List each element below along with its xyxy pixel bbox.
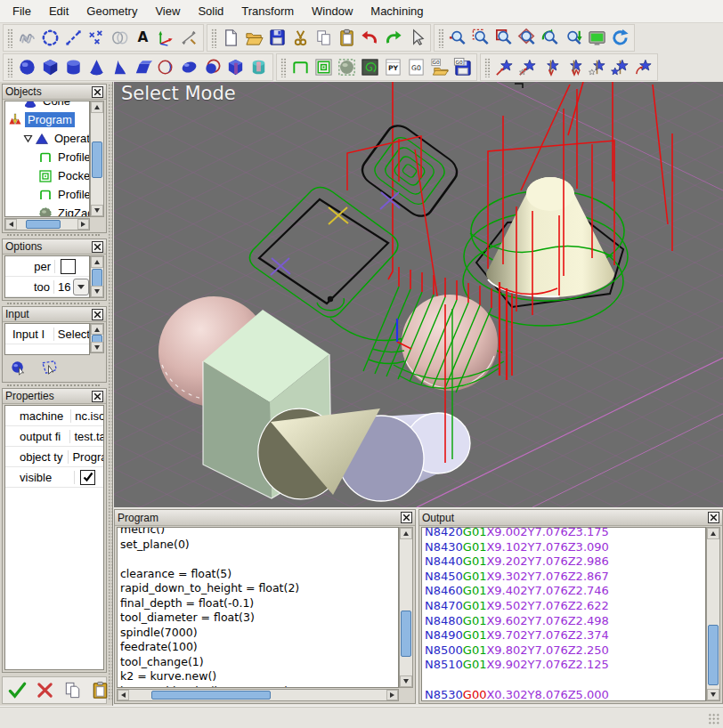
program-text-area[interactable]: metric()set_plane(0) clearance = float(5… [117, 527, 399, 688]
zoom-window-icon[interactable] [469, 26, 492, 50]
paste-object-icon[interactable] [90, 678, 110, 702]
zoom-extents-icon[interactable] [516, 26, 539, 50]
menu-solid[interactable]: Solid [189, 1, 232, 21]
menu-file[interactable]: File [4, 1, 40, 21]
apply-icon[interactable] [7, 678, 28, 702]
cube-icon[interactable] [38, 55, 61, 79]
subtract-icon[interactable] [154, 55, 177, 79]
zoom-out-icon[interactable] [446, 26, 469, 50]
dimension-icon[interactable] [177, 26, 200, 50]
objects-tree[interactable]: ConeProgramOperationsProfilePocketProfil… [4, 101, 90, 217]
input-mode-row[interactable]: Input ISelect [5, 324, 89, 344]
output-vscrollbar[interactable] [706, 527, 720, 701]
cut-icon[interactable] [288, 26, 312, 50]
slanted-block-icon[interactable] [131, 55, 154, 79]
menu-transform[interactable]: Transform [232, 1, 303, 21]
menu-machining[interactable]: Machining [362, 1, 432, 21]
close-icon[interactable] [401, 512, 412, 523]
tree-item-program[interactable]: Program [5, 110, 89, 129]
point-twin-icon[interactable] [608, 55, 631, 79]
viewport-3d[interactable]: Select Mode [114, 82, 723, 507]
expander-icon[interactable] [23, 133, 33, 143]
options-vscrollbar[interactable] [90, 255, 104, 298]
hole-cylinder-icon[interactable] [247, 55, 270, 79]
per-checkbox[interactable] [61, 259, 76, 274]
sketch-icon[interactable] [15, 26, 38, 50]
panel-drag-grip[interactable] [108, 84, 112, 701]
tree-item-operations[interactable]: Operations [5, 129, 89, 148]
cancel-icon[interactable] [35, 678, 55, 702]
point-rotate-icon[interactable] [631, 55, 654, 79]
redo-icon[interactable] [381, 26, 404, 50]
profile-op-icon[interactable] [288, 55, 312, 79]
property-row[interactable]: visible [5, 467, 103, 488]
select-mode-icon[interactable] [38, 357, 60, 378]
zigzag-op-icon[interactable] [335, 55, 358, 79]
visible-checkbox[interactable] [80, 470, 95, 485]
close-icon[interactable] [92, 309, 103, 320]
toolbar-grip[interactable] [7, 28, 12, 48]
undo-icon[interactable] [358, 26, 381, 50]
intersect-icon[interactable] [200, 55, 223, 79]
close-icon[interactable] [92, 391, 103, 402]
close-icon[interactable] [92, 241, 103, 253]
pocket-op-icon[interactable] [312, 55, 335, 79]
coordinate-system-icon[interactable] [154, 26, 177, 50]
tree-item-profile[interactable]: Profile [5, 185, 89, 204]
wedge-icon[interactable] [108, 55, 131, 79]
objects-hscrollbar[interactable] [4, 218, 90, 231]
rotate-view-icon[interactable] [539, 26, 562, 50]
menu-geometry[interactable]: Geometry [77, 1, 146, 21]
toolbar-grip[interactable] [7, 58, 12, 77]
copy-object-icon[interactable] [62, 678, 83, 702]
toolbar-grip[interactable] [438, 28, 443, 48]
viewport-canvas[interactable] [114, 82, 723, 507]
save-icon[interactable] [265, 26, 288, 50]
ellipsoid-icon[interactable] [177, 55, 200, 79]
tree-item-profile[interactable]: Profile [5, 148, 89, 166]
resize-grip[interactable] [708, 713, 720, 725]
toolbar-grip[interactable] [280, 58, 286, 77]
point-drop-pair-icon[interactable] [562, 55, 585, 79]
property-row[interactable]: object tyProgra [5, 447, 103, 467]
point-drop-icon[interactable] [539, 55, 562, 79]
point-new-icon[interactable] [492, 55, 516, 79]
program-hscrollbar[interactable] [117, 689, 399, 701]
output-text-area[interactable]: N8420G01X9.002Y7.076Z3.175N8430G01X9.102… [421, 527, 706, 701]
view-screen-icon[interactable] [585, 26, 608, 50]
text-icon[interactable]: A [131, 26, 154, 50]
circle-points-icon[interactable] [38, 26, 61, 50]
zoom-fit-icon[interactable] [562, 26, 585, 50]
union-icon[interactable] [223, 55, 247, 79]
save-gcode-icon[interactable]: G0 [451, 55, 474, 79]
gcode-icon[interactable]: G0 [404, 55, 427, 79]
menu-view[interactable]: View [146, 1, 189, 21]
cylinder-icon[interactable] [61, 55, 85, 79]
refresh-view-icon[interactable] [608, 26, 631, 50]
tree-item-zigzag[interactable]: ZigZag [5, 204, 89, 217]
input-vscrollbar[interactable] [90, 323, 104, 353]
menu-window[interactable]: Window [303, 1, 362, 21]
paste-icon[interactable] [335, 26, 358, 50]
circles-icon[interactable] [108, 26, 131, 50]
zoom-rect-icon[interactable] [492, 26, 516, 50]
point-ghost-icon[interactable] [585, 55, 608, 79]
sphere-icon[interactable] [15, 55, 38, 79]
close-icon[interactable] [92, 86, 103, 98]
copy-icon[interactable] [312, 26, 335, 50]
tree-item-pocket[interactable]: Pocket [5, 166, 89, 185]
cone-icon[interactable] [85, 55, 108, 79]
program-vscrollbar[interactable] [399, 527, 413, 688]
toolbar-grip[interactable] [484, 58, 490, 77]
new-file-icon[interactable] [219, 26, 242, 50]
dropdown-icon[interactable] [73, 279, 89, 295]
property-row[interactable]: output fitest.ta [5, 426, 103, 447]
adaptive-op-icon[interactable] [358, 55, 381, 79]
property-row[interactable]: machinenc.iso [5, 406, 103, 426]
toolbar-grip[interactable] [211, 28, 216, 48]
tree-item-cone[interactable]: Cone [5, 101, 89, 110]
python-script-icon[interactable]: PY [381, 55, 404, 79]
menu-edit[interactable]: Edit [40, 1, 77, 21]
select-cursor-icon[interactable] [404, 26, 427, 50]
open-file-icon[interactable] [242, 26, 265, 50]
